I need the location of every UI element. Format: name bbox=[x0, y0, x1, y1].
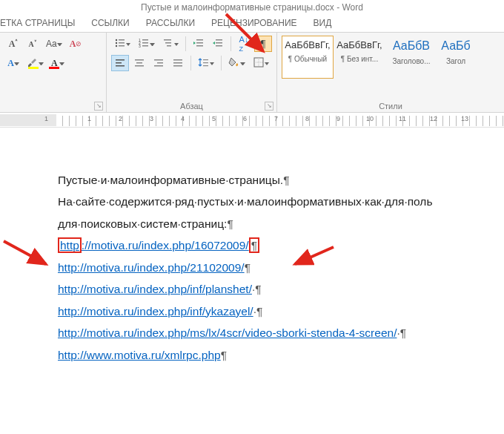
svg-point-2 bbox=[116, 42, 117, 43]
clear-formatting-button[interactable]: A⊘ bbox=[67, 36, 85, 52]
hyperlink[interactable]: http://motiva.ru/index.php/ms/lx/4scr/vi… bbox=[58, 326, 397, 339]
paragraph-mark-highlighted: ¶ bbox=[249, 237, 259, 253]
bullets-button[interactable] bbox=[111, 36, 133, 52]
doc-link3: http://motiva.ru/index.php/inf/planshet/… bbox=[58, 278, 504, 300]
shading-button[interactable] bbox=[225, 55, 248, 71]
font-dialog-launcher[interactable]: ↘ bbox=[94, 102, 103, 111]
doc-p1: Пустые·и·малоинформативные·страницы.¶ bbox=[58, 169, 504, 191]
tab-mailings[interactable]: РАССЫЛКИ bbox=[146, 18, 195, 32]
multilevel-icon bbox=[162, 37, 174, 51]
change-case-button[interactable]: Aa bbox=[43, 36, 65, 52]
align-center-icon bbox=[133, 57, 145, 69]
justify-icon bbox=[172, 57, 184, 69]
svg-rect-19 bbox=[216, 42, 222, 44]
indent-icon bbox=[212, 37, 224, 51]
group-styles-label: Стили bbox=[282, 100, 500, 111]
svg-rect-17 bbox=[196, 45, 203, 47]
doc-link6: http://www.motiva.ru/xmlrpc.php¶ bbox=[58, 344, 504, 366]
svg-rect-27 bbox=[154, 59, 163, 61]
tab-references[interactable]: ССЫЛКИ bbox=[91, 18, 129, 32]
ribbon-tabs: ЕТКА СТРАНИЦЫ ССЫЛКИ РАССЫЛКИ РЕЦЕНЗИРОВ… bbox=[0, 16, 504, 33]
svg-rect-14 bbox=[167, 45, 171, 47]
outdent-icon bbox=[193, 37, 205, 51]
doc-link5: http://motiva.ru/index.php/ms/lx/4scr/vi… bbox=[58, 322, 504, 343]
borders-button[interactable] bbox=[250, 55, 272, 71]
text-effects-button[interactable]: A bbox=[4, 55, 22, 71]
svg-rect-20 bbox=[216, 45, 222, 47]
svg-rect-3 bbox=[119, 42, 125, 44]
highlight-color-button[interactable] bbox=[24, 55, 47, 71]
line-spacing-button[interactable] bbox=[195, 55, 217, 71]
multilevel-list-button[interactable] bbox=[159, 36, 182, 52]
horizontal-ruler[interactable]: 1 1 2 3 4 5 6 7 8 9 10 11 12 13 bbox=[0, 113, 504, 128]
justify-button[interactable] bbox=[169, 55, 187, 71]
font-color-button[interactable]: A bbox=[48, 55, 67, 71]
document-body[interactable]: Пустые·и·малоинформативные·страницы.¶ На… bbox=[0, 128, 504, 366]
svg-rect-7 bbox=[142, 39, 148, 41]
svg-rect-28 bbox=[157, 62, 163, 64]
svg-rect-22 bbox=[116, 62, 122, 64]
svg-rect-5 bbox=[119, 45, 125, 47]
svg-text:3: 3 bbox=[139, 44, 141, 48]
style-heading1[interactable]: АаБбВ Заголово... bbox=[385, 36, 437, 79]
align-right-button[interactable] bbox=[150, 55, 168, 71]
align-right-icon bbox=[153, 57, 165, 69]
style-nospacing[interactable]: АаБбВвГг, ¶ Без инт... bbox=[334, 36, 385, 79]
svg-rect-12 bbox=[164, 39, 171, 41]
align-left-icon bbox=[114, 57, 126, 69]
svg-rect-23 bbox=[116, 65, 125, 67]
tab-view[interactable]: ВИД bbox=[314, 18, 332, 32]
svg-rect-18 bbox=[216, 39, 222, 41]
borders-icon bbox=[253, 56, 265, 70]
svg-rect-16 bbox=[196, 42, 203, 44]
hyperlink[interactable]: http://motiva.ru/index.php/16072009/ bbox=[58, 237, 249, 253]
ribbon: A˄ A˅ Aa A⊘ A A bbox=[0, 33, 504, 113]
svg-rect-21 bbox=[116, 59, 125, 61]
svg-rect-9 bbox=[142, 42, 148, 44]
bullets-icon bbox=[114, 37, 126, 51]
svg-rect-25 bbox=[136, 62, 142, 64]
numbering-button[interactable]: 123 bbox=[135, 36, 157, 52]
decrease-indent-button[interactable] bbox=[190, 36, 208, 52]
group-paragraph: 123 bbox=[107, 33, 277, 112]
paragraph-dialog-launcher[interactable]: ↘ bbox=[265, 102, 273, 111]
group-styles: АаБбВвГг, ¶ Обычный АаБбВвГг, ¶ Без инт.… bbox=[277, 33, 504, 112]
svg-point-0 bbox=[116, 39, 117, 40]
svg-rect-1 bbox=[119, 39, 125, 41]
increase-indent-button[interactable] bbox=[209, 36, 227, 52]
line-spacing-icon bbox=[198, 56, 210, 70]
group-font: A˄ A˅ Aa A⊘ A A bbox=[0, 33, 107, 112]
shrink-font-button[interactable]: A˅ bbox=[24, 36, 42, 52]
align-left-button[interactable] bbox=[111, 55, 129, 71]
tab-page-layout[interactable]: ЕТКА СТРАНИЦЫ bbox=[0, 18, 75, 32]
group-font-label: ↘ bbox=[4, 109, 102, 111]
style-heading2[interactable]: АаБб Загол bbox=[437, 36, 474, 79]
hyperlink[interactable]: http://motiva.ru/index.php/21102009/ bbox=[58, 261, 245, 274]
shading-icon bbox=[228, 56, 240, 70]
svg-rect-29 bbox=[154, 65, 163, 67]
svg-rect-30 bbox=[173, 59, 182, 61]
sort-button[interactable]: A↓Z bbox=[235, 36, 253, 52]
tab-review[interactable]: РЕЦЕНЗИРОВАНИЕ bbox=[211, 18, 296, 32]
pilcrow-icon: ¶ bbox=[261, 38, 266, 50]
svg-point-4 bbox=[116, 45, 117, 46]
svg-rect-26 bbox=[135, 65, 144, 67]
grow-font-button[interactable]: A˄ bbox=[4, 36, 22, 52]
doc-p2: На·сайте·содержится·ряд·пустых·и·малоинф… bbox=[58, 191, 504, 212]
window-title: Пустые и малоинформативные страницы.docx… bbox=[0, 0, 504, 16]
svg-rect-33 bbox=[203, 59, 208, 60]
hyperlink[interactable]: http://www.motiva.ru/xmlrpc.php bbox=[58, 349, 221, 361]
svg-rect-34 bbox=[203, 62, 208, 63]
align-center-button[interactable] bbox=[130, 55, 148, 71]
svg-rect-32 bbox=[173, 65, 182, 67]
sort-icon: A↓Z bbox=[239, 35, 249, 53]
svg-rect-31 bbox=[173, 62, 182, 64]
hyperlink[interactable]: http://motiva.ru/index.php/inf/planshet/ bbox=[58, 283, 252, 295]
hyperlink[interactable]: http://motiva.ru/index.php/inf/ykazayel/ bbox=[58, 305, 253, 318]
style-normal[interactable]: АаБбВвГг, ¶ Обычный bbox=[282, 36, 334, 79]
group-paragraph-label: Абзац ↘ bbox=[111, 100, 272, 111]
show-paragraph-marks-button[interactable]: ¶ bbox=[254, 36, 272, 52]
doc-p3: для·поисковых·систем·страниц:¶ bbox=[58, 213, 504, 234]
svg-rect-15 bbox=[196, 39, 203, 41]
doc-link4: http://motiva.ru/index.php/inf/ykazayel/… bbox=[58, 300, 504, 322]
